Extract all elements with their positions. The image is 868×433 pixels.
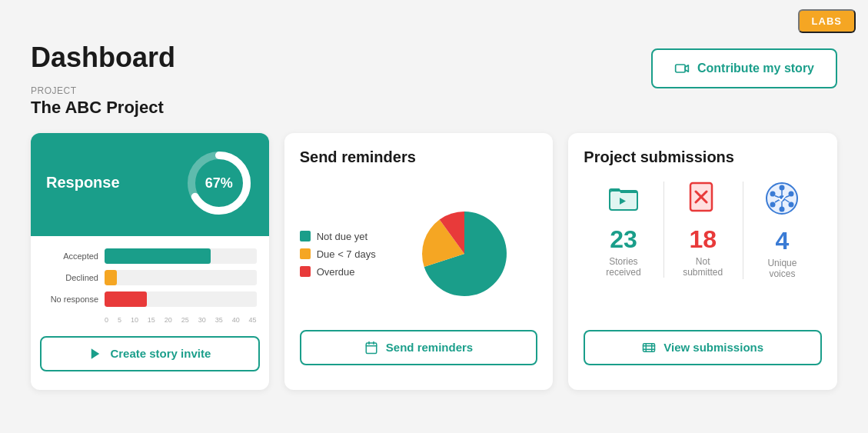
svg-rect-4 bbox=[366, 343, 377, 354]
video-camera-icon bbox=[674, 61, 690, 76]
svg-point-19 bbox=[770, 191, 776, 196]
not-due-label: Not due yet bbox=[317, 231, 368, 242]
unique-voices-stat: 4 Uniquevoices bbox=[743, 182, 822, 279]
not-submitted-number: 18 bbox=[689, 227, 717, 251]
donut-percent-text: 67% bbox=[205, 175, 233, 191]
due-soon-dot bbox=[300, 248, 311, 259]
page-title: Dashboard bbox=[31, 42, 175, 73]
reminders-legend: Not due yet Due < 7 days Overdue bbox=[300, 231, 376, 278]
project-label: Project bbox=[31, 85, 175, 96]
svg-point-18 bbox=[770, 202, 776, 207]
create-story-invite-button[interactable]: Create story invite bbox=[40, 336, 260, 371]
unique-voices-number: 4 bbox=[775, 228, 789, 253]
submissions-card: Project submissions 23 Storiesreceived bbox=[568, 133, 837, 390]
project-name: The ABC Project bbox=[31, 98, 175, 118]
legend-not-due: Not due yet bbox=[300, 231, 376, 242]
reminders-pie-chart bbox=[414, 204, 514, 304]
submissions-card-title: Project submissions bbox=[584, 148, 822, 166]
labs-badge-button[interactable]: LABS bbox=[798, 9, 856, 33]
response-card-title: Response bbox=[46, 174, 120, 192]
not-submitted-stat: 18 Notsubmitted bbox=[663, 182, 743, 278]
no-submit-icon bbox=[689, 182, 717, 219]
overdue-label: Overdue bbox=[317, 266, 355, 278]
svg-rect-0 bbox=[676, 65, 686, 72]
due-soon-label: Due < 7 days bbox=[317, 248, 376, 260]
reminders-card-title: Send reminders bbox=[300, 148, 538, 166]
svg-point-14 bbox=[780, 185, 785, 190]
reminders-card: Send reminders Not due yet Due < 7 days … bbox=[284, 133, 554, 390]
response-bar-chart: Accepted Declined No response bbox=[43, 248, 257, 307]
contribute-story-button[interactable]: Contribute my story bbox=[651, 48, 837, 88]
legend-due-soon: Due < 7 days bbox=[300, 248, 376, 260]
not-submitted-label: Notsubmitted bbox=[683, 256, 723, 278]
declined-bar-row: Declined bbox=[43, 270, 257, 285]
send-reminders-button[interactable]: Send reminders bbox=[300, 330, 538, 365]
not-due-dot bbox=[300, 231, 311, 241]
stories-received-label: Storiesreceived bbox=[606, 256, 640, 278]
view-submissions-label: View submissions bbox=[663, 341, 763, 354]
x-axis: 0 5 10 15 20 25 30 35 40 45 bbox=[105, 313, 257, 327]
svg-point-16 bbox=[789, 202, 794, 207]
create-story-invite-label: Create story invite bbox=[110, 347, 211, 360]
svg-marker-3 bbox=[91, 348, 100, 359]
stories-received-stat: 23 Storiesreceived bbox=[584, 182, 663, 278]
svg-rect-27 bbox=[644, 343, 655, 351]
no-response-bar-row: No response bbox=[43, 291, 257, 307]
accepted-label: Accepted bbox=[43, 251, 98, 261]
contribute-story-label: Contribute my story bbox=[697, 62, 814, 75]
stories-received-number: 23 bbox=[610, 227, 637, 251]
svg-point-15 bbox=[789, 191, 794, 196]
submissions-stats-row: 23 Storiesreceived 18 Notsubmitted bbox=[584, 182, 822, 318]
accepted-bar-row: Accepted bbox=[43, 248, 257, 264]
overdue-dot bbox=[300, 266, 311, 277]
view-submissions-button[interactable]: View submissions bbox=[584, 330, 822, 365]
svg-point-17 bbox=[780, 206, 785, 212]
network-icon bbox=[765, 182, 799, 221]
response-donut-chart: 67% bbox=[185, 148, 254, 218]
calendar-icon bbox=[364, 341, 378, 355]
declined-label: Declined bbox=[43, 273, 98, 282]
unique-voices-label: Uniquevoices bbox=[767, 258, 796, 279]
response-card: Response 67% Accepted Declined bbox=[31, 133, 269, 390]
film-icon bbox=[642, 341, 656, 355]
send-reminders-label: Send reminders bbox=[386, 341, 473, 354]
legend-overdue: Overdue bbox=[300, 266, 376, 278]
no-response-label: No response bbox=[43, 295, 98, 304]
arrow-right-icon bbox=[88, 347, 102, 361]
folder-icon bbox=[607, 182, 640, 219]
